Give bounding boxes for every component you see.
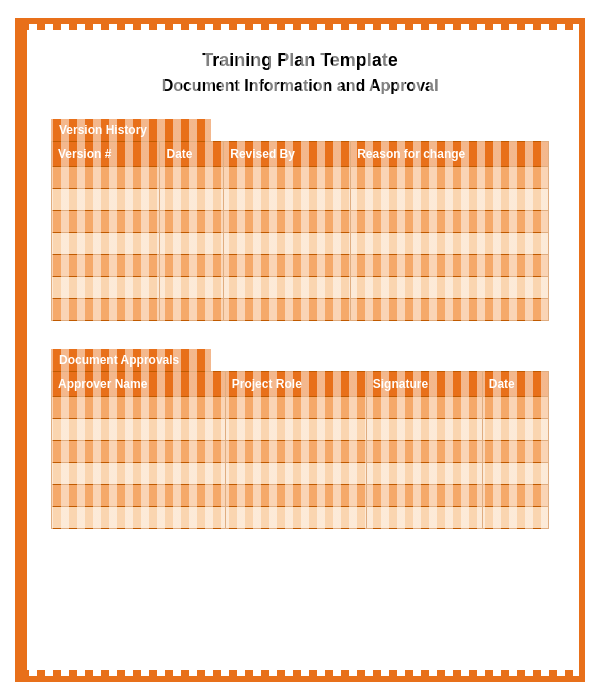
table-cell[interactable]	[160, 299, 224, 321]
table-cell[interactable]	[160, 167, 224, 189]
table-cell[interactable]	[225, 419, 366, 441]
table-cell[interactable]	[52, 233, 160, 255]
table-cell[interactable]	[482, 419, 548, 441]
table-row	[52, 485, 549, 507]
table-cell[interactable]	[52, 255, 160, 277]
table-cell[interactable]	[52, 419, 226, 441]
page-border: Training Plan Template Document Informat…	[15, 18, 585, 682]
vh-col-reason: Reason for change	[351, 142, 549, 167]
da-col-signature: Signature	[366, 372, 482, 397]
table-cell[interactable]	[52, 441, 226, 463]
table-cell[interactable]	[225, 397, 366, 419]
table-cell[interactable]	[351, 211, 549, 233]
table-cell[interactable]	[224, 167, 351, 189]
table-cell[interactable]	[52, 189, 160, 211]
document-approvals-section: Document Approvals Approver Name Project…	[51, 349, 549, 529]
document-approvals-table: Approver Name Project Role Signature Dat…	[51, 371, 549, 529]
version-history-section: Version History Version # Date Revised B…	[51, 119, 549, 321]
table-row	[52, 441, 549, 463]
table-cell[interactable]	[351, 189, 549, 211]
table-row	[52, 507, 549, 529]
table-cell[interactable]	[482, 463, 548, 485]
table-row	[52, 299, 549, 321]
table-cell[interactable]	[366, 485, 482, 507]
table-cell[interactable]	[225, 507, 366, 529]
vh-col-revised: Revised By	[224, 142, 351, 167]
page-content: Training Plan Template Document Informat…	[27, 30, 573, 670]
table-cell[interactable]	[160, 211, 224, 233]
table-row	[52, 189, 549, 211]
version-history-table: Version # Date Revised By Reason for cha…	[51, 141, 549, 321]
table-cell[interactable]	[160, 255, 224, 277]
table-cell[interactable]	[366, 441, 482, 463]
table-row	[52, 463, 549, 485]
table-cell[interactable]	[52, 299, 160, 321]
table-cell[interactable]	[482, 441, 548, 463]
table-cell[interactable]	[366, 419, 482, 441]
da-col-name: Approver Name	[52, 372, 226, 397]
table-cell[interactable]	[52, 397, 226, 419]
table-cell[interactable]	[225, 463, 366, 485]
table-cell[interactable]	[224, 211, 351, 233]
table-cell[interactable]	[52, 167, 160, 189]
table-row	[52, 397, 549, 419]
table-cell[interactable]	[160, 277, 224, 299]
table-cell[interactable]	[351, 277, 549, 299]
table-cell[interactable]	[225, 485, 366, 507]
table-cell[interactable]	[225, 441, 366, 463]
sub-title: Document Information and Approval	[51, 77, 549, 95]
version-history-header: Version History	[51, 119, 211, 141]
table-cell[interactable]	[52, 211, 160, 233]
table-cell[interactable]	[351, 299, 549, 321]
table-cell[interactable]	[160, 233, 224, 255]
table-cell[interactable]	[482, 507, 548, 529]
table-cell[interactable]	[366, 397, 482, 419]
table-cell[interactable]	[482, 485, 548, 507]
document-approvals-header: Document Approvals	[51, 349, 211, 371]
table-cell[interactable]	[366, 507, 482, 529]
table-cell[interactable]	[52, 507, 226, 529]
table-cell[interactable]	[160, 189, 224, 211]
table-cell[interactable]	[366, 463, 482, 485]
table-cell[interactable]	[224, 233, 351, 255]
table-row	[52, 419, 549, 441]
da-col-role: Project Role	[225, 372, 366, 397]
table-row	[52, 211, 549, 233]
table-cell[interactable]	[224, 299, 351, 321]
table-cell[interactable]	[52, 277, 160, 299]
table-row	[52, 233, 549, 255]
table-cell[interactable]	[224, 255, 351, 277]
table-row	[52, 277, 549, 299]
main-title: Training Plan Template	[51, 50, 549, 71]
vh-col-version: Version #	[52, 142, 160, 167]
da-col-date: Date	[482, 372, 548, 397]
table-row	[52, 167, 549, 189]
table-cell[interactable]	[52, 463, 226, 485]
table-cell[interactable]	[351, 233, 549, 255]
table-cell[interactable]	[224, 189, 351, 211]
table-cell[interactable]	[482, 397, 548, 419]
vh-col-date: Date	[160, 142, 224, 167]
table-cell[interactable]	[351, 167, 549, 189]
table-cell[interactable]	[52, 485, 226, 507]
table-cell[interactable]	[224, 277, 351, 299]
table-cell[interactable]	[351, 255, 549, 277]
table-row	[52, 255, 549, 277]
